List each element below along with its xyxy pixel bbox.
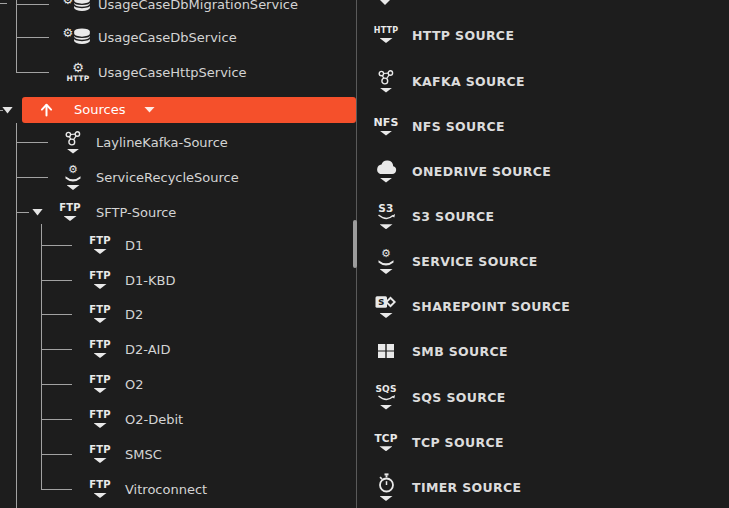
nfs-label-icon: NFS xyxy=(373,117,398,136)
tree-item-label: O2 xyxy=(125,367,144,402)
tree-connector-line xyxy=(16,4,49,5)
windows-icon xyxy=(378,344,394,358)
palette-item-tcp-source[interactable]: TCPTCP SOURCE xyxy=(357,420,729,465)
service-icon: ⚙ xyxy=(377,248,395,274)
ftp-label-icon: FTP xyxy=(89,236,111,254)
chevron-down-icon xyxy=(94,353,107,358)
cloud-icon xyxy=(374,160,399,183)
tree-connector-line xyxy=(41,314,72,315)
smile-arrow-icon xyxy=(377,214,396,221)
tree-item-label: D2 xyxy=(125,297,143,332)
chevron-down-icon xyxy=(94,284,107,289)
gear-icon: ⚙ xyxy=(381,248,391,259)
expand-arrow-icon[interactable] xyxy=(2,107,13,114)
palette-item-http-source[interactable]: HTTPHTTP SOURCE xyxy=(357,13,729,58)
palette-item-timer-source[interactable]: TIMER SOURCE xyxy=(357,465,729,508)
tree-item-label: D2-AID xyxy=(125,332,170,367)
tree-item-o2[interactable]: FTPO2 xyxy=(0,367,356,402)
ftp-label-icon: FTP xyxy=(89,305,111,323)
chevron-down-icon xyxy=(379,446,392,451)
palette-item-onedrive-source[interactable]: ONEDRIVE SOURCE xyxy=(357,149,729,194)
tree-item-vitroconnect[interactable]: FTPVitroconnect xyxy=(0,472,356,507)
gear-icon: ⚙ xyxy=(72,61,84,74)
tcp-label-icon: TCP xyxy=(374,433,397,452)
chevron-down-icon xyxy=(94,318,107,323)
ftp-label-icon: FTP xyxy=(89,445,111,463)
chevron-down-icon xyxy=(380,224,393,229)
palette-item-label: SERVICE SOURCE xyxy=(412,239,538,284)
s3-label-icon: S3 xyxy=(377,203,396,230)
chevron-down-icon xyxy=(94,388,107,393)
palette-item-kafka-source[interactable]: KAFKA SOURCE xyxy=(357,59,729,104)
tree-connector-line xyxy=(16,212,29,213)
tree-item-servicerecyclesource[interactable]: ⚙ServiceRecycleSource xyxy=(0,160,356,195)
app-canvas: ⚙UsageCaseDbMigrationService⚙UsageCaseDb… xyxy=(0,0,729,508)
tree-item-o2-debit[interactable]: FTPO2-Debit xyxy=(0,402,356,437)
arrow-up-icon xyxy=(38,101,55,118)
palette-item-label: S3 SOURCE xyxy=(412,194,494,239)
tree-connector-line xyxy=(41,280,72,281)
tree-item-label: UsageCaseHttpService xyxy=(98,55,247,90)
palette-item-nfs-source[interactable]: NFSNFS SOURCE xyxy=(357,104,729,149)
palette-item-smb-source[interactable]: SMB SOURCE xyxy=(357,329,729,374)
tree-connector-line xyxy=(16,142,48,143)
tree-connector-line xyxy=(16,72,49,73)
tree-item-sftp-source[interactable]: FTPSFTP-Source xyxy=(0,195,356,230)
tree-connector-line xyxy=(16,37,49,38)
palette-item-s3-source[interactable]: S3S3 SOURCE xyxy=(357,194,729,239)
chevron-down-icon xyxy=(94,493,107,498)
expand-arrow-icon[interactable] xyxy=(32,209,43,216)
palette-item-label: ONEDRIVE SOURCE xyxy=(412,149,551,194)
tree-item-label: UsageCaseDbService xyxy=(98,20,237,55)
chevron-down-icon xyxy=(380,313,393,318)
scrollbar-thumb[interactable] xyxy=(353,220,357,268)
tree-item-usagecasedbservice[interactable]: ⚙UsageCaseDbService xyxy=(0,20,356,55)
chevron-down-icon xyxy=(380,131,393,136)
tree-item-laylinekafka-source[interactable]: LaylineKafka-Source xyxy=(0,125,356,160)
tree-item-label: Vitroconnect xyxy=(125,472,207,507)
http-service-icon: ⚙HTTP xyxy=(67,61,90,83)
gear-icon: ⚙ xyxy=(63,26,74,40)
kafka-icon xyxy=(377,70,395,93)
tree-item-d1[interactable]: FTPD1 xyxy=(0,228,356,263)
tree-item-label: Sources xyxy=(74,97,125,123)
tree-connector-line xyxy=(0,110,3,111)
chevron-down-icon xyxy=(67,149,80,154)
selected-node-highlight[interactable]: Sources xyxy=(22,97,356,123)
tree-item-label: D1-KBD xyxy=(125,263,175,298)
palette-item-sqs-source[interactable]: SQSSQS SOURCE xyxy=(357,375,729,420)
ftp-label-icon: FTP xyxy=(89,375,111,393)
tree-item-usagecasedbmigrationservice[interactable]: ⚙UsageCaseDbMigrationService xyxy=(0,0,356,22)
kafka-icon xyxy=(64,131,82,154)
tree-item-label: D1 xyxy=(125,228,143,263)
chevron-down-icon xyxy=(94,423,107,428)
tree-item-smsc[interactable]: FTPSMSC xyxy=(0,437,356,472)
timer-icon xyxy=(377,473,396,501)
chevron-down-icon xyxy=(380,178,393,183)
palette-item-label: SQS SOURCE xyxy=(412,375,506,420)
tree-connector-line xyxy=(41,489,72,490)
tree-item-label: ServiceRecycleSource xyxy=(96,160,239,195)
service-icon: ⚙ xyxy=(64,164,82,190)
gear-icon: ⚙ xyxy=(63,0,74,7)
tree-item-usagecasehttpservice[interactable]: ⚙HTTPUsageCaseHttpService xyxy=(0,55,356,90)
palette-item-label: SHAREPOINT SOURCE xyxy=(412,284,570,329)
tree-item-sources[interactable]: Sources xyxy=(0,93,356,128)
tree-connector-line xyxy=(41,245,72,246)
chevron-down-icon xyxy=(64,216,77,221)
chevron-down-icon xyxy=(67,185,80,190)
ftp-label-icon: FTP xyxy=(89,340,111,358)
palette-item-service-source[interactable]: ⚙SERVICE SOURCE xyxy=(357,239,729,284)
tree-item-label: LaylineKafka-Source xyxy=(96,125,228,160)
tree-item-d2-aid[interactable]: FTPD2-AID xyxy=(0,332,356,367)
chevron-down-icon xyxy=(94,458,107,463)
chevron-down-icon xyxy=(380,38,393,43)
chevron-down-icon xyxy=(94,249,107,254)
tree-item-d2[interactable]: FTPD2 xyxy=(0,297,356,332)
tree-item-d1-kbd[interactable]: FTPD1-KBD xyxy=(0,263,356,298)
ftp-label-icon: FTP xyxy=(89,480,111,498)
tree-item-label: UsageCaseDbMigrationService xyxy=(98,0,298,22)
palette-item-sharepoint-source[interactable]: sSHAREPOINT SOURCE xyxy=(357,284,729,329)
palette-item-label: HTTP SOURCE xyxy=(412,13,514,58)
dropdown-caret-icon[interactable] xyxy=(144,107,155,113)
